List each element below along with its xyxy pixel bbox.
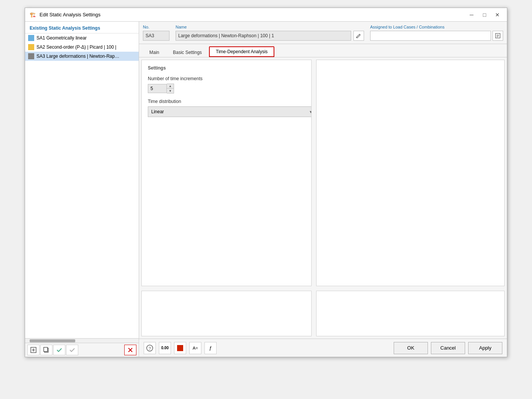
sidebar-item-sa2-label: SA2 Second-order (P-Δ) | Picard | 100 | — [36, 44, 116, 50]
text-button[interactable]: A= — [189, 342, 201, 354]
title-controls: ─ □ ✕ — [466, 11, 503, 19]
sidebar-list: SA1 Geometrically linear SA2 Second-orde… — [25, 33, 139, 338]
svg-text:?: ? — [149, 346, 151, 350]
panel-top-left: Settings Number of time increments ▲ ▼ — [141, 60, 312, 286]
cancel-button[interactable]: Cancel — [431, 342, 465, 354]
settings-section: Settings Number of time increments ▲ ▼ — [142, 60, 311, 128]
help-button[interactable]: ? — [144, 342, 156, 354]
close-button[interactable]: ✕ — [492, 11, 503, 19]
sidebar-item-sa2[interactable]: SA2 Second-order (P-Δ) | Picard | 100 | — [25, 43, 139, 52]
check2-button[interactable] — [66, 345, 78, 355]
minimize-button[interactable]: ─ — [466, 11, 477, 19]
check-button[interactable] — [53, 345, 65, 355]
sidebar: Existing Static Analysis Settings SA1 Ge… — [25, 22, 139, 357]
name-group: Name — [176, 25, 364, 41]
sa2-color-icon — [28, 44, 34, 50]
tab-basic-settings[interactable]: Basic Settings — [166, 48, 208, 57]
name-input[interactable] — [176, 31, 351, 41]
maximize-button[interactable]: □ — [479, 11, 490, 19]
panel-top-right — [316, 60, 505, 286]
sidebar-item-sa3-label: SA3 Large deformations | Newton-Rap… — [36, 54, 119, 59]
sidebar-item-sa1[interactable]: SA1 Geometrically linear — [25, 33, 139, 43]
num-increments-label: Number of time increments — [148, 76, 305, 81]
time-distribution-label: Time distribution — [148, 99, 305, 104]
tab-main[interactable]: Main — [143, 48, 166, 57]
edit-name-button[interactable] — [353, 31, 364, 41]
spin-down-button[interactable]: ▼ — [167, 89, 174, 93]
assigned-group: Assigned to Load Cases / Combinations — [370, 25, 503, 41]
new-item-button[interactable] — [27, 345, 40, 355]
title-bar: 🏗️ Edit Static Analysis Settings ─ □ ✕ — [25, 8, 507, 22]
app-icon: 🏗️ — [29, 11, 36, 19]
window-title: Edit Static Analysis Settings — [40, 12, 100, 17]
sidebar-scrollbar — [25, 338, 139, 343]
spin-buttons: ▲ ▼ — [167, 84, 174, 93]
name-label: Name — [176, 25, 364, 29]
sidebar-item-sa1-label: SA1 Geometrically linear — [36, 35, 87, 41]
num-increments-row: ▲ ▼ — [148, 84, 305, 93]
time-distribution-field: Time distribution Linear Logarithmic Cus… — [148, 99, 305, 117]
numeric-button[interactable]: 0.00 — [159, 342, 171, 354]
assigned-label: Assigned to Load Cases / Combinations — [370, 25, 503, 29]
main-panel: No. Name Assigned to Load Cases / Combin… — [139, 22, 507, 357]
assigned-input-row — [370, 31, 503, 41]
time-distribution-select[interactable]: Linear Logarithmic Custom — [148, 106, 312, 117]
time-distribution-wrapper: Linear Logarithmic Custom ▼ — [148, 106, 312, 117]
sidebar-toolbar — [25, 343, 139, 357]
sa3-color-icon — [28, 53, 34, 59]
apply-button[interactable]: Apply — [468, 342, 502, 354]
no-input[interactable] — [143, 31, 169, 41]
name-row — [176, 31, 364, 41]
svg-line-7 — [359, 34, 360, 35]
settings-section-title: Settings — [148, 65, 305, 71]
formula-button[interactable]: ƒ — [204, 342, 217, 354]
tab-time-dependent[interactable]: Time-Dependent Analysis — [209, 46, 274, 57]
copy-item-button[interactable] — [40, 345, 52, 355]
tabs-row: Main Basic Settings Time-Dependent Analy… — [139, 44, 507, 57]
sidebar-title: Existing Static Analysis Settings — [25, 22, 139, 33]
bottom-toolbar: ? 0.00 A= ƒ OK Cancel Apply — [139, 339, 507, 357]
title-bar-left: 🏗️ Edit Static Analysis Settings — [29, 11, 100, 19]
assigned-input[interactable] — [370, 31, 491, 41]
ok-button[interactable]: OK — [394, 342, 428, 354]
panel-bottom-left — [141, 291, 312, 336]
header-row: No. Name Assigned to Load Cases / Combin… — [139, 22, 507, 44]
content-area: Existing Static Analysis Settings SA1 Ge… — [25, 22, 507, 357]
num-increments-input[interactable] — [148, 84, 167, 93]
assign-button[interactable] — [492, 31, 503, 41]
sa1-color-icon — [28, 35, 34, 41]
no-group: No. — [143, 25, 169, 41]
num-increments-field: Number of time increments ▲ ▼ — [148, 76, 305, 93]
scrollbar-thumb[interactable] — [30, 339, 75, 342]
sidebar-item-sa3[interactable]: SA3 Large deformations | Newton-Rap… — [25, 52, 139, 61]
no-label: No. — [143, 25, 169, 29]
color-button[interactable] — [174, 342, 186, 354]
panels-container: Settings Number of time increments ▲ ▼ — [139, 57, 507, 339]
svg-rect-4 — [44, 347, 48, 352]
delete-item-button[interactable] — [124, 345, 136, 355]
spin-up-button[interactable]: ▲ — [167, 84, 174, 89]
main-window: 🏗️ Edit Static Analysis Settings ─ □ ✕ E… — [25, 8, 507, 357]
panel-bottom-right — [316, 291, 505, 336]
